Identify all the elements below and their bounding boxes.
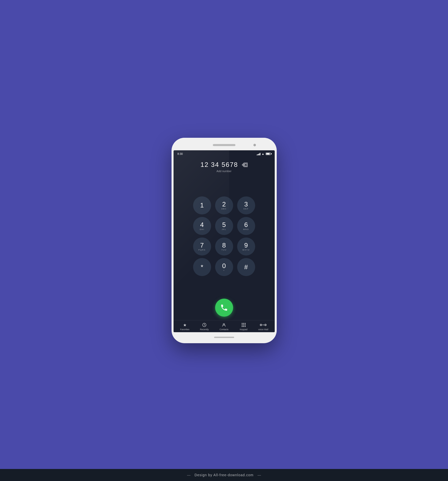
star-icon: ★ [183,322,187,327]
nav-item-recently[interactable]: Recently [198,322,211,331]
nav-item-contacts[interactable]: Contacts [217,322,230,331]
add-number-label[interactable]: Add number [174,170,275,176]
status-time: 8:30 [178,152,183,155]
bottom-nav: ★ Favorites Recently [174,320,275,332]
keypad-row-3: 7 PQRS 8 TUV 9 WXYZ [193,237,255,256]
phone-shell: 8:30 ▲ 12 34 5678 [172,138,277,343]
call-button[interactable] [215,299,233,317]
footer-text: Design by All-free-download.com [195,473,254,477]
backspace-button[interactable] [242,163,248,167]
key-8[interactable]: 8 TUV [215,237,233,256]
footer-bar: — Design by All-free-download.com — [0,469,448,481]
key-3[interactable]: 3 DEF [237,196,255,214]
key-9[interactable]: 9 WXYZ [237,237,255,256]
key-6[interactable]: 6 MNO [237,217,255,235]
footer-divider-right: — [257,473,261,477]
phone-bottom-bezel [174,334,275,341]
nav-label-favorites: Favorites [180,328,189,331]
phone-camera [253,144,256,146]
key-7[interactable]: 7 PQRS [193,237,211,256]
phone-icon [220,304,228,312]
battery-icon [266,153,271,155]
phone-speaker [213,144,235,146]
key-2[interactable]: 2 ABC [215,196,233,214]
dialed-number: 12 34 5678 [200,161,238,169]
nav-item-keypad[interactable]: Keypad [237,322,250,331]
page-wrapper: 8:30 ▲ 12 34 5678 [0,0,448,481]
keypad-row-1: 1 2 ABC 3 DEF [193,196,255,214]
keypad-row-4: * 0 + # [193,258,255,276]
signal-icon [257,152,260,155]
nav-item-voicemail[interactable]: voice Mail [257,322,270,331]
nav-label-voicemail: voice Mail [258,328,268,331]
key-hash[interactable]: # [237,258,255,276]
nav-label-contacts: Contacts [220,328,229,331]
keypad-icon [242,322,246,327]
keypad-row-2: 4 GHI 5 JKL 6 MNO [193,217,255,235]
svg-line-4 [204,325,205,325]
key-star[interactable]: * [193,258,211,276]
status-bar: 8:30 ▲ [174,150,275,156]
call-button-area [174,296,275,320]
phone-screen: 8:30 ▲ 12 34 5678 [174,150,275,332]
status-icons: ▲ [257,152,270,155]
key-0[interactable]: 0 + [215,258,233,276]
number-display: 12 34 5678 [174,156,275,170]
person-icon [222,322,226,327]
phone-top-bezel [174,141,275,149]
nav-label-recently: Recently [200,328,209,331]
voicemail-icon [260,322,266,327]
nav-label-keypad: Keypad [240,328,248,331]
key-1[interactable]: 1 [193,196,211,214]
footer-divider-left: — [187,473,191,477]
key-5[interactable]: 5 JKL [215,217,233,235]
wifi-icon: ▲ [262,152,264,155]
key-4[interactable]: 4 GHI [193,217,211,235]
nav-item-favorites[interactable]: ★ Favorites [178,322,191,331]
keypad: 1 2 ABC 3 DEF 4 GHI [174,176,275,296]
home-indicator [214,337,234,338]
clock-icon [202,322,206,327]
